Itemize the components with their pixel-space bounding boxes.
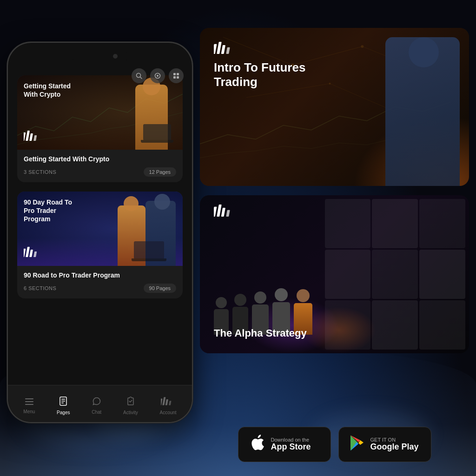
svg-rect-23 — [161, 398, 162, 405]
svg-rect-40 — [217, 205, 221, 217]
svg-rect-21 — [61, 401, 65, 402]
card2-logo — [214, 205, 237, 218]
appstore-text: Download on the App Store — [271, 437, 311, 452]
svg-rect-14 — [29, 250, 33, 257]
svg-rect-18 — [25, 404, 33, 405]
googleplay-icon — [350, 435, 364, 454]
googleplay-text: GET IT ON Google Play — [370, 437, 419, 452]
course-card-crypto[interactable]: Getting Started With Crypto — [17, 75, 183, 182]
svg-rect-42 — [226, 210, 230, 217]
phone-frame: Getting Started With Crypto — [7, 42, 193, 423]
svg-rect-15 — [33, 251, 37, 257]
course-info-pro: 90 Road to Pro Trader Program 6 SECTIONS… — [17, 266, 183, 298]
featured-card-alpha[interactable]: The Alpha Strategy — [200, 195, 469, 353]
appstore-button[interactable]: Download on the App Store — [238, 427, 331, 462]
svg-rect-36 — [217, 42, 221, 54]
svg-rect-41 — [221, 208, 225, 217]
svg-line-1 — [140, 77, 142, 79]
nav-activity-label: Activity — [123, 410, 138, 415]
course-card-pro-trader[interactable]: 90 Day Road To Pro Trader Program — [17, 192, 183, 298]
svg-rect-37 — [221, 45, 225, 54]
svg-rect-17 — [25, 401, 33, 402]
menu-icon — [25, 397, 33, 407]
course-title-crypto: Getting Started With Crypto — [24, 155, 176, 163]
thumb-logo-crypto — [24, 131, 42, 143]
svg-rect-5 — [177, 73, 179, 75]
course-thumb-title-pro: 90 Day Road To Pro Trader Program — [24, 198, 79, 224]
course-thumb-title-crypto: Getting Started With Crypto — [24, 82, 79, 99]
svg-rect-11 — [33, 135, 37, 141]
card1-title: Intro To Futures Trading — [214, 60, 316, 89]
laptop-silhouette — [143, 124, 171, 140]
svg-rect-22 — [61, 403, 64, 403]
phone-nav: Menu Pages — [8, 385, 192, 422]
svg-rect-38 — [226, 47, 230, 54]
nav-activity[interactable]: Activity — [123, 393, 138, 415]
course-info-crypto: Getting Started With Crypto 3 SECTIONS 1… — [17, 150, 183, 182]
svg-rect-39 — [214, 207, 217, 217]
card2-subtitle: The Alpha Strategy — [214, 327, 307, 339]
phone-topbar — [132, 68, 184, 83]
apple-icon — [250, 434, 264, 455]
card1-content: Intro To Futures Trading — [200, 28, 469, 186]
svg-rect-7 — [177, 76, 179, 79]
course-title-pro: 90 Road to Pro Trader Program — [24, 271, 176, 279]
svg-rect-24 — [162, 397, 165, 405]
search-icon[interactable] — [132, 68, 146, 83]
pages-icon — [60, 397, 67, 408]
featured-card-futures[interactable]: Intro To Futures Trading — [200, 28, 469, 186]
nav-menu-label: Menu — [23, 409, 35, 414]
store-buttons-container: Download on the App Store GET IT ON Goog… — [200, 427, 469, 462]
course-thumbnail-pro-trader: 90 Day Road To Pro Trader Program — [17, 192, 183, 266]
card1-logo — [214, 42, 455, 56]
svg-rect-20 — [61, 399, 65, 400]
phone-mockup: Getting Started With Crypto — [7, 42, 193, 423]
course-meta-crypto: 3 SECTIONS 12 Pages — [24, 167, 176, 177]
course-meta-pro: 6 SECTIONS 90 Pages — [24, 284, 176, 293]
svg-rect-10 — [29, 133, 33, 141]
svg-rect-8 — [24, 132, 26, 141]
svg-rect-26 — [168, 401, 171, 405]
googleplay-main-label: Google Play — [370, 443, 419, 452]
thumb-logo-pro — [24, 247, 42, 259]
activity-icon — [127, 397, 134, 408]
svg-rect-35 — [214, 44, 217, 54]
chat-icon — [93, 397, 101, 408]
nav-chat-label: Chat — [92, 410, 101, 415]
nav-account[interactable]: Account — [159, 393, 176, 415]
svg-rect-16 — [25, 398, 33, 399]
svg-rect-4 — [173, 73, 176, 75]
nav-chat[interactable]: Chat — [92, 393, 101, 415]
grid-icon[interactable] — [169, 68, 184, 83]
signal-icon[interactable] — [150, 68, 165, 83]
course-sections-pro: 6 SECTIONS — [24, 285, 56, 291]
appstore-main-label: App Store — [271, 443, 311, 452]
course-pages-pro: 90 Pages — [144, 284, 176, 293]
right-panel: Intro To Futures Trading — [200, 28, 469, 395]
phone-screen: Getting Started With Crypto — [8, 43, 192, 422]
laptop-pro — [134, 241, 164, 259]
course-sections-crypto: 3 SECTIONS — [24, 169, 56, 175]
svg-rect-6 — [173, 76, 176, 79]
svg-rect-25 — [165, 399, 168, 405]
course-thumbnail-crypto: Getting Started With Crypto — [17, 75, 183, 150]
nav-pages[interactable]: Pages — [57, 393, 70, 415]
nav-account-label: Account — [159, 410, 176, 415]
svg-point-3 — [157, 75, 159, 77]
nav-menu[interactable]: Menu — [23, 394, 35, 414]
phone-content: Getting Started With Crypto — [8, 71, 192, 385]
phone-notch — [72, 49, 128, 63]
svg-rect-13 — [26, 247, 30, 257]
svg-rect-9 — [26, 131, 30, 141]
nav-pages-label: Pages — [57, 410, 70, 415]
card2-subtitle-area: The Alpha Strategy — [214, 327, 307, 339]
account-icon — [161, 397, 176, 408]
googleplay-button[interactable]: GET IT ON Google Play — [338, 427, 431, 462]
course-pages-crypto: 12 Pages — [144, 167, 176, 177]
svg-rect-12 — [24, 249, 26, 257]
